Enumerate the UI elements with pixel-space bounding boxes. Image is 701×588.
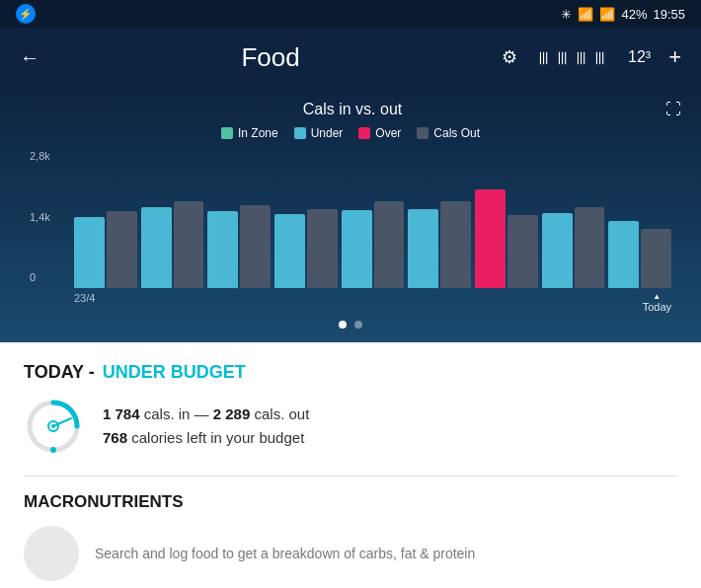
bar-pair-1 <box>141 201 204 288</box>
page-dots <box>20 321 681 332</box>
today-label-chart: ▲ Today <box>643 292 671 313</box>
legend-dot-in-zone <box>221 127 233 139</box>
bars-row <box>74 150 671 288</box>
back-button[interactable]: ← <box>20 46 39 69</box>
settings-icon[interactable]: ⚙ <box>502 46 517 68</box>
cals-out-label: cals. out <box>254 405 309 422</box>
bar-in-4 <box>342 210 372 288</box>
gauge-svg <box>24 397 83 456</box>
bar-pair-0 <box>74 211 137 288</box>
bar-pair-6 <box>475 189 538 288</box>
status-bar: ⚡ ✳ 📶 📶 42% 19:55 <box>0 0 701 28</box>
legend-in-zone: In Zone <box>221 126 278 140</box>
bar-out-0 <box>107 211 137 288</box>
bar-in-3 <box>274 214 305 288</box>
bar-out-2 <box>240 205 271 288</box>
gauge-container <box>24 397 83 456</box>
bar-pair-7 <box>542 207 605 288</box>
y-label-bot: 0 <box>30 271 50 283</box>
chart-header: Cals in vs. out ⛶ <box>20 101 681 118</box>
today-label-text: TODAY - <box>24 362 95 383</box>
macro-placeholder: Search and log food to get a breakdown o… <box>24 526 677 581</box>
bar-pair-3 <box>274 209 338 288</box>
bluetooth-icon: ✳ <box>561 7 572 22</box>
white-section: TODAY - UNDER BUDGET 1 784 cals. in — 2 … <box>0 342 701 588</box>
bar-out-6 <box>507 215 538 288</box>
bar-out-8 <box>641 229 671 288</box>
divider <box>24 476 677 477</box>
cals-left-value: 768 <box>103 429 127 446</box>
legend-label-under: Under <box>311 126 344 140</box>
macro-text: Search and log food to get a breakdown o… <box>95 544 475 564</box>
dot-2[interactable] <box>354 321 362 329</box>
cals-out-value: 2 289 <box>213 405 251 422</box>
cals-in-value: 1 784 <box>103 405 140 422</box>
messenger-icon: ⚡ <box>16 4 36 24</box>
bar-in-8 <box>608 221 639 288</box>
bar-pair-8 <box>608 221 671 288</box>
signal-icon: 📶 <box>599 7 615 22</box>
barcode-icon[interactable]: ⫼⫼⫼⫼ <box>535 47 610 68</box>
macronutrients-title: MACRONUTRIENTS <box>24 492 677 512</box>
bar-out-1 <box>174 201 204 288</box>
header: ← Food ⚙ ⫼⫼⫼⫼ 12³ + <box>0 28 701 87</box>
today-arrow: ▲ <box>653 292 661 301</box>
bar-in-7 <box>542 213 573 288</box>
bar-in-1 <box>141 207 172 288</box>
bar-chart: 2,8k 1,4k 0 23/4 ▲ Today <box>20 150 681 313</box>
legend-dot-over <box>358 127 370 139</box>
bar-in-6 <box>475 189 506 288</box>
bar-in-0 <box>74 217 105 288</box>
legend-under: Under <box>294 126 344 140</box>
bar-out-7 <box>575 207 605 288</box>
bar-pair-4 <box>342 201 405 288</box>
chart-title: Cals in vs. out <box>39 101 665 118</box>
legend-dot-cals-out <box>417 127 428 139</box>
chart-area: 23/4 ▲ Today <box>74 150 671 313</box>
bar-in-5 <box>408 209 438 288</box>
today-status: TODAY - UNDER BUDGET <box>24 362 677 383</box>
status-right: ✳ 📶 📶 42% 19:55 <box>561 7 685 22</box>
svg-point-1 <box>50 447 56 453</box>
cals-info: 1 784 cals. in — 2 289 cals. out 768 cal… <box>103 403 309 450</box>
cals-in-label: cals. in — <box>144 405 213 422</box>
page-title: Food <box>241 42 299 73</box>
legend-label-in-zone: In Zone <box>238 126 278 140</box>
legend-dot-under <box>294 127 306 139</box>
dot-1[interactable] <box>339 321 347 329</box>
bar-in-2 <box>207 211 238 288</box>
bar-out-5 <box>440 201 471 288</box>
legend-label-over: Over <box>375 126 401 140</box>
numbers-icon[interactable]: 12³ <box>628 48 651 66</box>
legend-cals-out: Cals Out <box>417 126 480 140</box>
time: 19:55 <box>653 7 685 22</box>
bar-pair-2 <box>207 205 271 288</box>
battery: 42% <box>621 7 647 22</box>
add-button[interactable]: + <box>668 44 681 70</box>
cals-left-label: calories left in your budget <box>131 429 304 446</box>
legend: In Zone Under Over Cals Out <box>20 126 681 140</box>
y-axis-labels: 2,8k 1,4k 0 <box>30 150 50 283</box>
calories-summary: 1 784 cals. in — 2 289 cals. out 768 cal… <box>24 397 677 456</box>
bar-out-3 <box>307 209 338 288</box>
expand-icon[interactable]: ⛶ <box>665 101 681 118</box>
chart-section: Cals in vs. out ⛶ In Zone Under Over Cal… <box>0 87 701 342</box>
today-text: Today <box>643 301 671 313</box>
y-label-mid: 1,4k <box>30 211 50 223</box>
chart-footer: 23/4 ▲ Today <box>74 292 671 313</box>
wifi-icon: 📶 <box>578 7 593 22</box>
budget-status: UNDER BUDGET <box>103 362 246 383</box>
status-left: ⚡ <box>16 4 36 24</box>
legend-over: Over <box>358 126 401 140</box>
legend-label-cals-out: Cals Out <box>433 126 480 140</box>
bar-pair-5 <box>408 201 471 288</box>
bar-out-4 <box>374 201 405 288</box>
y-label-top: 2,8k <box>30 150 50 162</box>
header-icons: ⚙ ⫼⫼⫼⫼ 12³ + <box>502 44 681 70</box>
macro-circle <box>24 526 79 581</box>
date-start: 23/4 <box>74 292 95 313</box>
